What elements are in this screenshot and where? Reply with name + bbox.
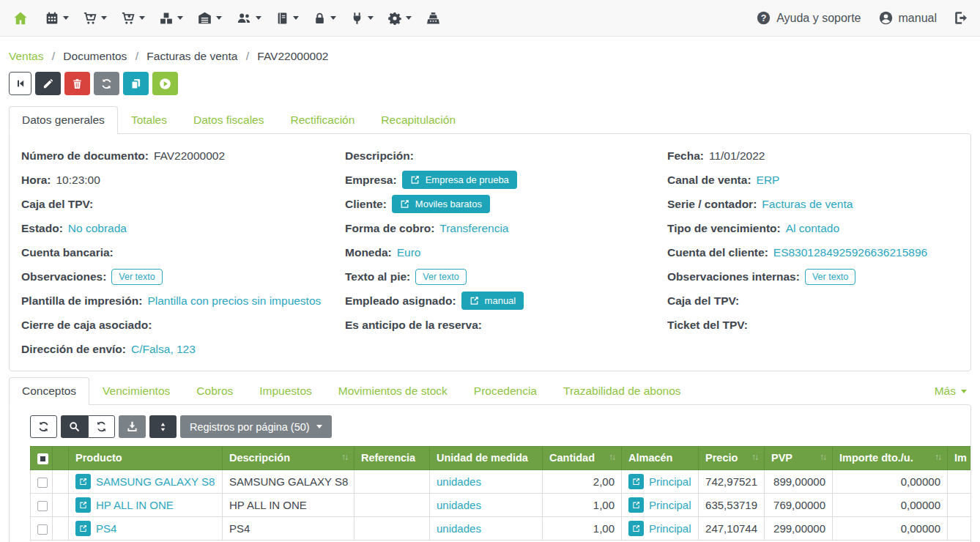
col-cantidad[interactable]: ↑↓Cantidad <box>543 447 622 470</box>
empresa-link-button[interactable]: Empresa de prueba <box>402 171 517 189</box>
search-button[interactable] <box>61 415 88 438</box>
pos-menu[interactable] <box>419 7 448 29</box>
tab-movimientos-stock[interactable]: Movimientos de stock <box>325 377 461 405</box>
open-product-button[interactable] <box>75 497 91 513</box>
col-precio[interactable]: ↑↓Precio <box>699 447 765 470</box>
contacts-menu[interactable] <box>229 7 269 29</box>
product-link[interactable]: PS4 <box>96 522 116 535</box>
unidad-cell: unidades <box>430 469 543 493</box>
obs-internas-ver-texto-button[interactable]: Ver texto <box>805 269 855 285</box>
product-link[interactable]: SAMSUNG GALAXY S8 <box>96 475 215 488</box>
duplicate-button[interactable] <box>123 72 149 95</box>
edit-button[interactable] <box>35 72 61 95</box>
home-button[interactable] <box>12 7 38 30</box>
tab-datos-generales[interactable]: Datos generales <box>9 106 118 134</box>
direccion-envio-link[interactable]: C/Falsa, 123 <box>131 343 196 356</box>
tab-vencimientos[interactable]: Vencimientos <box>89 377 183 405</box>
tab-recapitulacion[interactable]: Recapitulación <box>368 106 469 134</box>
lock-icon <box>313 12 326 25</box>
logout-button[interactable] <box>954 11 968 25</box>
empleado-link-button[interactable]: manual <box>461 292 524 310</box>
reload-table-button[interactable] <box>30 415 57 438</box>
records-per-page-dropdown[interactable]: Registros por página (50) <box>180 415 332 438</box>
unidad-link[interactable]: unidades <box>437 522 481 535</box>
col-unidad[interactable]: Unidad de medida <box>430 447 543 470</box>
help-link[interactable]: ? Ayuda y soporte <box>757 11 861 25</box>
tab-datos-fiscales[interactable]: Datos fiscales <box>180 106 277 134</box>
tipo-vencimiento-link[interactable]: Al contado <box>786 222 839 235</box>
catalog-menu[interactable] <box>269 7 306 29</box>
select-all-checkbox[interactable] <box>37 453 48 464</box>
almacen-link[interactable]: Principal <box>649 499 691 511</box>
col-almacen[interactable]: Almacén <box>622 447 699 470</box>
top-navbar: ? Ayuda y soporte manual <box>0 0 980 37</box>
col-importe-dto[interactable]: ↑↓Importe dto./u. <box>833 447 948 470</box>
cantidad-cell: 2,00 <box>543 469 622 493</box>
unidad-link[interactable]: unidades <box>437 475 481 488</box>
row-checkbox[interactable] <box>37 524 48 535</box>
tab-totales[interactable]: Totales <box>118 106 180 134</box>
go-first-button[interactable] <box>9 72 31 95</box>
sort-icon[interactable]: ↑↓ <box>935 452 940 462</box>
plantilla-link[interactable]: Plantilla con precios sin impuestos <box>147 294 321 308</box>
open-warehouse-button[interactable] <box>628 521 644 536</box>
cuenta-cliente-link[interactable]: ES8301284925926636215896 <box>773 246 927 259</box>
purchases-cart-menu[interactable] <box>114 7 152 29</box>
refresh-button[interactable] <box>94 72 119 95</box>
moneda-link[interactable]: Euro <box>397 246 421 259</box>
sort-icon[interactable]: ↑↓ <box>820 452 825 462</box>
estado-link[interactable]: No cobrada <box>68 222 127 235</box>
almacen-link[interactable]: Principal <box>649 475 691 488</box>
tab-rectificacion[interactable]: Rectificación <box>277 106 368 134</box>
product-link[interactable]: HP ALL IN ONE <box>96 499 174 511</box>
col-descripcion[interactable]: ↑↓Descripción <box>223 447 354 470</box>
serie-contador-link[interactable]: Facturas de venta <box>762 198 853 211</box>
sort-icon[interactable]: ↑↓ <box>341 452 347 462</box>
security-menu[interactable] <box>306 7 344 29</box>
calendar-menu[interactable] <box>38 7 76 29</box>
col-pvp[interactable]: ↑↓PVP <box>765 447 833 470</box>
clear-filters-button[interactable] <box>88 415 115 438</box>
breadcrumb-documentos[interactable]: Documentos <box>63 50 127 62</box>
download-button[interactable] <box>119 415 146 438</box>
breadcrumb-facturas[interactable]: Facturas de venta <box>146 50 237 62</box>
forma-cobro-link[interactable]: Transferencia <box>439 222 508 235</box>
products-menu[interactable] <box>152 7 190 29</box>
delete-button[interactable] <box>64 72 90 95</box>
integrations-menu[interactable] <box>344 7 381 29</box>
sort-icon[interactable]: ↑↓ <box>751 452 757 462</box>
open-product-button[interactable] <box>75 474 91 489</box>
texto-pie-ver-texto-button[interactable]: Ver texto <box>415 269 466 285</box>
breadcrumb-ventas[interactable]: Ventas <box>9 50 43 62</box>
tab-impuestos[interactable]: Impuestos <box>246 377 325 405</box>
pvp-cell: 899,00000 <box>765 469 833 493</box>
observaciones-ver-texto-button[interactable]: Ver texto <box>111 269 162 285</box>
more-dropdown[interactable]: Más <box>930 378 971 404</box>
open-product-button[interactable] <box>75 521 91 536</box>
cliente-link-button[interactable]: Moviles baratos <box>392 195 490 213</box>
almacen-link[interactable]: Principal <box>649 522 691 535</box>
tab-procedencia[interactable]: Procedencia <box>461 377 550 405</box>
descripcion-cell: SAMSUNG GALAXY S8 <box>223 469 354 493</box>
unidad-link[interactable]: unidades <box>437 499 481 511</box>
open-warehouse-button[interactable] <box>628 474 644 489</box>
col-referencia[interactable]: Referencia <box>354 447 430 470</box>
sales-cart-menu[interactable] <box>76 7 114 29</box>
precio-cell: 247,10744 <box>699 516 765 540</box>
col-importe-cut[interactable]: Im <box>948 447 971 470</box>
row-checkbox[interactable] <box>37 501 48 511</box>
col-producto[interactable]: Producto <box>69 447 223 470</box>
sort-icon[interactable]: ↑↓ <box>609 452 615 462</box>
producto-cell: HP ALL IN ONE <box>69 493 223 516</box>
sort-button[interactable] <box>149 415 177 438</box>
warehouse-menu[interactable] <box>190 7 229 29</box>
row-checkbox[interactable] <box>37 478 48 488</box>
canal-venta-link[interactable]: ERP <box>757 174 780 187</box>
tab-cobros[interactable]: Cobros <box>183 377 246 405</box>
open-warehouse-button[interactable] <box>628 497 644 513</box>
settings-menu[interactable] <box>381 7 419 29</box>
tab-trazabilidad-abonos[interactable]: Trazabilidad de abonos <box>550 377 694 405</box>
run-button[interactable] <box>152 72 178 95</box>
user-menu[interactable]: manual <box>879 11 937 25</box>
tab-conceptos[interactable]: Conceptos <box>9 377 89 405</box>
